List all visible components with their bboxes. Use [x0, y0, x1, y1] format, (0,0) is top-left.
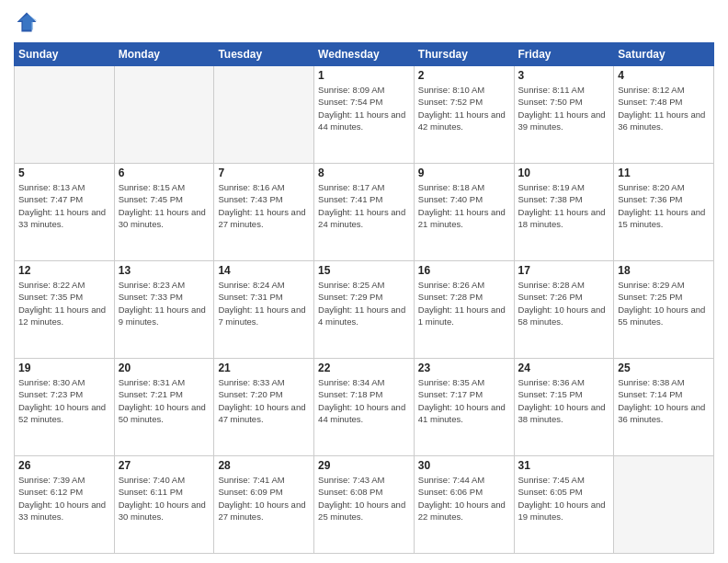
- day-number: 28: [218, 459, 310, 472]
- calendar-cell: 28Sunrise: 7:41 AM Sunset: 6:09 PM Dayli…: [214, 456, 314, 554]
- week-row-4: 26Sunrise: 7:39 AM Sunset: 6:12 PM Dayli…: [15, 456, 714, 554]
- day-number: 19: [18, 362, 110, 374]
- day-of-week-tuesday: Tuesday: [214, 43, 314, 66]
- calendar-cell: 31Sunrise: 7:45 AM Sunset: 6:05 PM Dayli…: [514, 456, 614, 554]
- calendar-cell: [114, 66, 214, 164]
- calendar-cell: 9Sunrise: 8:18 AM Sunset: 7:40 PM Daylig…: [414, 164, 514, 261]
- day-info: Sunrise: 8:28 AM Sunset: 7:26 PM Dayligh…: [518, 279, 610, 327]
- day-info: Sunrise: 8:16 AM Sunset: 7:43 PM Dayligh…: [218, 181, 310, 230]
- day-number: 29: [318, 459, 410, 472]
- day-number: 10: [518, 167, 610, 179]
- day-number: 22: [318, 362, 410, 374]
- day-info: Sunrise: 8:33 AM Sunset: 7:20 PM Dayligh…: [218, 376, 310, 425]
- day-of-week-friday: Friday: [514, 43, 614, 66]
- calendar-cell: 13Sunrise: 8:23 AM Sunset: 7:33 PM Dayli…: [114, 261, 214, 359]
- calendar-cell: 4Sunrise: 8:12 AM Sunset: 7:48 PM Daylig…: [614, 66, 714, 164]
- calendar-cell: 16Sunrise: 8:26 AM Sunset: 7:28 PM Dayli…: [414, 261, 514, 359]
- day-number: 23: [418, 362, 510, 374]
- day-info: Sunrise: 8:19 AM Sunset: 7:38 PM Dayligh…: [518, 181, 610, 230]
- day-of-week-monday: Monday: [114, 43, 214, 66]
- header: [14, 9, 714, 35]
- day-number: 18: [618, 264, 710, 277]
- day-of-week-thursday: Thursday: [414, 43, 514, 66]
- day-info: Sunrise: 8:25 AM Sunset: 7:29 PM Dayligh…: [318, 279, 410, 327]
- day-info: Sunrise: 8:15 AM Sunset: 7:45 PM Dayligh…: [119, 181, 210, 230]
- calendar-cell: 19Sunrise: 8:30 AM Sunset: 7:23 PM Dayli…: [15, 359, 115, 456]
- day-info: Sunrise: 7:40 AM Sunset: 6:11 PM Dayligh…: [119, 474, 210, 523]
- week-row-1: 5Sunrise: 8:13 AM Sunset: 7:47 PM Daylig…: [15, 164, 714, 261]
- day-number: 9: [418, 167, 510, 179]
- day-of-week-wednesday: Wednesday: [314, 43, 415, 66]
- day-number: 15: [318, 264, 410, 277]
- day-info: Sunrise: 8:11 AM Sunset: 7:50 PM Dayligh…: [518, 84, 610, 132]
- calendar-cell: 5Sunrise: 8:13 AM Sunset: 7:47 PM Daylig…: [15, 164, 115, 261]
- calendar-cell: [15, 66, 115, 164]
- calendar-cell: [614, 456, 714, 554]
- calendar-cell: 22Sunrise: 8:34 AM Sunset: 7:18 PM Dayli…: [314, 359, 415, 456]
- calendar-cell: 11Sunrise: 8:20 AM Sunset: 7:36 PM Dayli…: [614, 164, 714, 261]
- day-info: Sunrise: 7:45 AM Sunset: 6:05 PM Dayligh…: [518, 474, 610, 523]
- week-row-0: 1Sunrise: 8:09 AM Sunset: 7:54 PM Daylig…: [15, 66, 714, 164]
- day-number: 13: [119, 264, 210, 277]
- calendar-cell: 1Sunrise: 8:09 AM Sunset: 7:54 PM Daylig…: [314, 66, 415, 164]
- day-number: 3: [518, 69, 610, 82]
- day-info: Sunrise: 8:34 AM Sunset: 7:18 PM Dayligh…: [318, 376, 410, 425]
- day-info: Sunrise: 8:12 AM Sunset: 7:48 PM Dayligh…: [618, 84, 710, 132]
- day-number: 14: [218, 264, 310, 277]
- day-info: Sunrise: 8:18 AM Sunset: 7:40 PM Dayligh…: [418, 181, 510, 230]
- day-info: Sunrise: 8:17 AM Sunset: 7:41 PM Dayligh…: [318, 181, 410, 230]
- day-info: Sunrise: 8:13 AM Sunset: 7:47 PM Dayligh…: [18, 181, 110, 230]
- week-row-3: 19Sunrise: 8:30 AM Sunset: 7:23 PM Dayli…: [15, 359, 714, 456]
- week-row-2: 12Sunrise: 8:22 AM Sunset: 7:35 PM Dayli…: [15, 261, 714, 359]
- day-info: Sunrise: 8:29 AM Sunset: 7:25 PM Dayligh…: [618, 279, 710, 327]
- day-info: Sunrise: 8:09 AM Sunset: 7:54 PM Dayligh…: [318, 84, 410, 132]
- calendar-cell: 10Sunrise: 8:19 AM Sunset: 7:38 PM Dayli…: [514, 164, 614, 261]
- day-number: 8: [318, 167, 410, 179]
- calendar-cell: 29Sunrise: 7:43 AM Sunset: 6:08 PM Dayli…: [314, 456, 415, 554]
- day-number: 24: [518, 362, 610, 374]
- day-info: Sunrise: 7:44 AM Sunset: 6:06 PM Dayligh…: [418, 474, 510, 523]
- logo-icon: [14, 9, 40, 35]
- day-of-week-sunday: Sunday: [15, 43, 115, 66]
- day-info: Sunrise: 8:22 AM Sunset: 7:35 PM Dayligh…: [18, 279, 110, 327]
- logo: [14, 9, 43, 35]
- calendar-cell: 23Sunrise: 8:35 AM Sunset: 7:17 PM Dayli…: [414, 359, 514, 456]
- calendar-cell: 7Sunrise: 8:16 AM Sunset: 7:43 PM Daylig…: [214, 164, 314, 261]
- day-info: Sunrise: 8:31 AM Sunset: 7:21 PM Dayligh…: [119, 376, 210, 425]
- day-info: Sunrise: 8:10 AM Sunset: 7:52 PM Dayligh…: [418, 84, 510, 132]
- day-number: 7: [218, 167, 310, 179]
- day-info: Sunrise: 8:38 AM Sunset: 7:14 PM Dayligh…: [618, 376, 710, 425]
- calendar-cell: 15Sunrise: 8:25 AM Sunset: 7:29 PM Dayli…: [314, 261, 415, 359]
- day-number: 17: [518, 264, 610, 277]
- calendar-cell: 25Sunrise: 8:38 AM Sunset: 7:14 PM Dayli…: [614, 359, 714, 456]
- calendar-cell: 18Sunrise: 8:29 AM Sunset: 7:25 PM Dayli…: [614, 261, 714, 359]
- calendar-cell: 14Sunrise: 8:24 AM Sunset: 7:31 PM Dayli…: [214, 261, 314, 359]
- day-info: Sunrise: 7:43 AM Sunset: 6:08 PM Dayligh…: [318, 474, 410, 523]
- day-info: Sunrise: 8:20 AM Sunset: 7:36 PM Dayligh…: [618, 181, 710, 230]
- calendar-table: SundayMondayTuesdayWednesdayThursdayFrid…: [14, 42, 714, 554]
- day-number: 21: [218, 362, 310, 374]
- day-info: Sunrise: 8:26 AM Sunset: 7:28 PM Dayligh…: [418, 279, 510, 327]
- day-number: 1: [318, 69, 410, 82]
- day-info: Sunrise: 8:23 AM Sunset: 7:33 PM Dayligh…: [119, 279, 210, 327]
- calendar-cell: 30Sunrise: 7:44 AM Sunset: 6:06 PM Dayli…: [414, 456, 514, 554]
- day-number: 30: [418, 459, 510, 472]
- day-header-row: SundayMondayTuesdayWednesdayThursdayFrid…: [15, 43, 714, 66]
- calendar-cell: 3Sunrise: 8:11 AM Sunset: 7:50 PM Daylig…: [514, 66, 614, 164]
- calendar-cell: 17Sunrise: 8:28 AM Sunset: 7:26 PM Dayli…: [514, 261, 614, 359]
- calendar-cell: 21Sunrise: 8:33 AM Sunset: 7:20 PM Dayli…: [214, 359, 314, 456]
- day-number: 27: [119, 459, 210, 472]
- calendar-cell: [214, 66, 314, 164]
- day-of-week-saturday: Saturday: [614, 43, 714, 66]
- day-number: 31: [518, 459, 610, 472]
- day-number: 26: [18, 459, 110, 472]
- day-info: Sunrise: 8:30 AM Sunset: 7:23 PM Dayligh…: [18, 376, 110, 425]
- day-info: Sunrise: 7:39 AM Sunset: 6:12 PM Dayligh…: [18, 474, 110, 523]
- calendar-cell: 6Sunrise: 8:15 AM Sunset: 7:45 PM Daylig…: [114, 164, 214, 261]
- calendar-cell: 27Sunrise: 7:40 AM Sunset: 6:11 PM Dayli…: [114, 456, 214, 554]
- calendar-cell: 8Sunrise: 8:17 AM Sunset: 7:41 PM Daylig…: [314, 164, 415, 261]
- day-number: 2: [418, 69, 510, 82]
- day-number: 16: [418, 264, 510, 277]
- day-number: 12: [18, 264, 110, 277]
- day-number: 5: [18, 167, 110, 179]
